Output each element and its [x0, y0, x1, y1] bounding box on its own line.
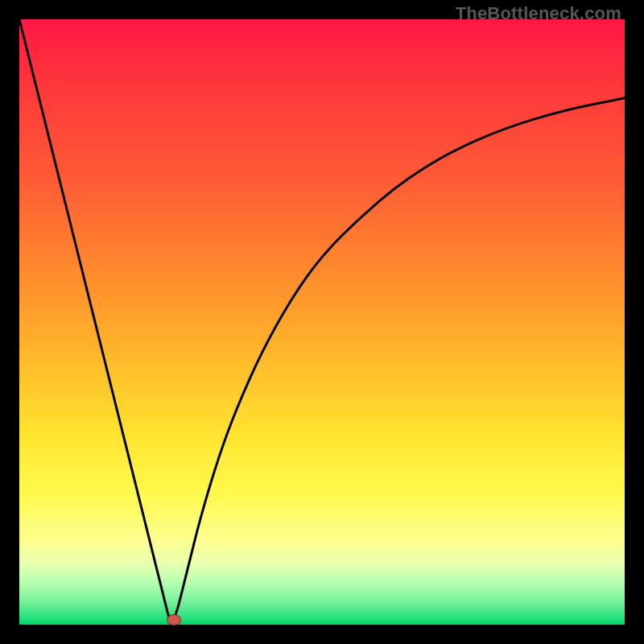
- plot-area: [19, 19, 625, 625]
- bottleneck-curve-path: [19, 19, 625, 621]
- watermark-text: TheBottleneck.com: [456, 3, 621, 24]
- chart-container: TheBottleneck.com: [0, 0, 644, 644]
- optimum-marker: [167, 614, 181, 625]
- curve-svg: [19, 19, 625, 625]
